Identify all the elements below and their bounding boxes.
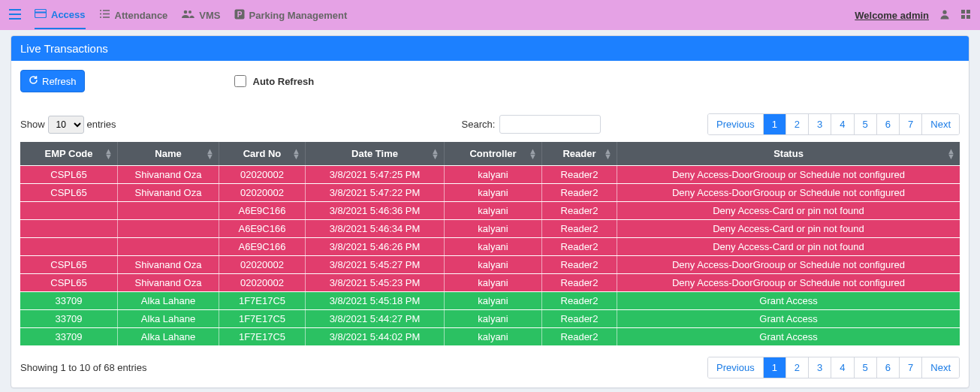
table-header-row: EMP Code▲▼ Name▲▼ Card No▲▼ Date Time▲▼ … bbox=[20, 142, 960, 165]
table-row[interactable]: A6E9C1663/8/2021 5:46:26 PMkalyaniReader… bbox=[20, 238, 960, 255]
apps-icon[interactable] bbox=[960, 9, 971, 22]
cell-name: Alka Lahane bbox=[118, 292, 219, 309]
table-row[interactable]: CSPL65Shivanand Oza020200023/8/2021 5:45… bbox=[20, 256, 960, 273]
sort-icon: ▲▼ bbox=[104, 149, 113, 159]
welcome-link[interactable]: Welcome admin bbox=[855, 10, 929, 21]
cell-controller: kalyani bbox=[445, 238, 542, 255]
cell-reader: Reader2 bbox=[542, 220, 617, 237]
hamburger-icon[interactable] bbox=[9, 9, 21, 22]
panel-body: Refresh Auto Refresh Show 10 entries Sea… bbox=[11, 61, 969, 387]
cell-name bbox=[118, 238, 219, 255]
refresh-button[interactable]: Refresh bbox=[20, 70, 85, 92]
pager-page[interactable]: 2 bbox=[786, 357, 809, 378]
col-name[interactable]: Name▲▼ bbox=[118, 142, 219, 165]
cell-card: 02020002 bbox=[219, 256, 306, 273]
table-controls-top: Show 10 entries Search: Previous1234567N… bbox=[20, 113, 960, 135]
cell-emp: 33709 bbox=[20, 310, 118, 327]
cell-controller: kalyani bbox=[445, 202, 542, 219]
cell-emp: 33709 bbox=[20, 328, 118, 345]
show-label: Show bbox=[20, 119, 45, 130]
nav-vms[interactable]: VMS bbox=[181, 2, 220, 29]
pager-page[interactable]: 7 bbox=[900, 114, 922, 134]
pager-page[interactable]: 1 bbox=[764, 357, 786, 378]
top-navbar: Access Attendance VMS P Parking Manageme… bbox=[0, 0, 980, 30]
table-row[interactable]: 33709Alka Lahane1F7E17C53/8/2021 5:45:18… bbox=[20, 292, 960, 309]
pager-next[interactable]: Next bbox=[922, 114, 959, 134]
table-row[interactable]: 33709Alka Lahane1F7E17C53/8/2021 5:44:02… bbox=[20, 328, 960, 345]
pager-page[interactable]: 7 bbox=[900, 357, 922, 378]
cell-name: Shivanand Oza bbox=[118, 274, 219, 291]
svg-rect-8 bbox=[966, 10, 970, 14]
table-row[interactable]: CSPL65Shivanand Oza020200023/8/2021 5:45… bbox=[20, 274, 960, 291]
svg-rect-1 bbox=[35, 11, 47, 13]
nav-attendance[interactable]: Attendance bbox=[99, 2, 168, 29]
sort-icon: ▲▼ bbox=[431, 149, 439, 159]
svg-rect-7 bbox=[961, 10, 965, 14]
cell-date: 3/8/2021 5:47:22 PM bbox=[306, 184, 445, 201]
col-status[interactable]: Status▲▼ bbox=[617, 142, 960, 165]
cell-emp: CSPL65 bbox=[20, 166, 118, 183]
pager-previous[interactable]: Previous bbox=[708, 357, 764, 378]
cell-emp: CSPL65 bbox=[20, 184, 118, 201]
col-reader[interactable]: Reader▲▼ bbox=[542, 142, 617, 165]
pager-page[interactable]: 3 bbox=[809, 114, 831, 134]
cell-emp bbox=[20, 238, 118, 255]
col-controller[interactable]: Controller▲▼ bbox=[445, 142, 542, 165]
cell-date: 3/8/2021 5:46:36 PM bbox=[306, 202, 445, 219]
auto-refresh-checkbox[interactable] bbox=[234, 75, 246, 87]
pager-bottom: Previous1234567Next bbox=[707, 357, 960, 378]
cell-date: 3/8/2021 5:47:25 PM bbox=[306, 166, 445, 183]
table-row[interactable]: CSPL65Shivanand Oza020200023/8/2021 5:47… bbox=[20, 166, 960, 183]
cell-reader: Reader2 bbox=[542, 274, 617, 291]
col-emp-code[interactable]: EMP Code▲▼ bbox=[20, 142, 118, 165]
table-row[interactable]: A6E9C1663/8/2021 5:46:36 PMkalyaniReader… bbox=[20, 202, 960, 219]
cell-name bbox=[118, 202, 219, 219]
search-control: Search: bbox=[462, 115, 602, 134]
sort-icon: ▲▼ bbox=[206, 149, 214, 159]
table-row[interactable]: 33709Alka Lahane1F7E17C53/8/2021 5:44:27… bbox=[20, 310, 960, 327]
pager-page[interactable]: 4 bbox=[831, 357, 854, 378]
cell-name: Shivanand Oza bbox=[118, 256, 219, 273]
sort-icon: ▲▼ bbox=[947, 149, 955, 159]
col-card-no[interactable]: Card No▲▼ bbox=[219, 142, 306, 165]
cell-reader: Reader2 bbox=[542, 256, 617, 273]
pager-page[interactable]: 1 bbox=[764, 114, 786, 134]
page-size-select[interactable]: 10 bbox=[48, 116, 84, 134]
parking-icon: P bbox=[234, 9, 245, 22]
pager-page[interactable]: 5 bbox=[855, 357, 877, 378]
pager-page[interactable]: 2 bbox=[786, 114, 809, 134]
pager-page[interactable]: 6 bbox=[877, 357, 900, 378]
cell-emp: 33709 bbox=[20, 292, 118, 309]
cell-reader: Reader2 bbox=[542, 238, 617, 255]
auto-refresh-toggle[interactable]: Auto Refresh bbox=[231, 73, 315, 89]
pager-next[interactable]: Next bbox=[922, 357, 959, 378]
cell-emp bbox=[20, 220, 118, 237]
col-date-time[interactable]: Date Time▲▼ bbox=[306, 142, 445, 165]
nav-parking[interactable]: P Parking Management bbox=[234, 2, 348, 29]
nav-access-label: Access bbox=[51, 9, 86, 20]
table-row[interactable]: A6E9C1663/8/2021 5:46:34 PMkalyaniReader… bbox=[20, 220, 960, 237]
cell-date: 3/8/2021 5:44:02 PM bbox=[306, 328, 445, 345]
pager-page[interactable]: 3 bbox=[809, 357, 831, 378]
pager-page[interactable]: 5 bbox=[855, 114, 877, 134]
svg-point-2 bbox=[184, 11, 188, 14]
pager-page[interactable]: 6 bbox=[877, 114, 900, 134]
cell-status: Deny Access-DoorGrooup or Schedule not c… bbox=[617, 274, 960, 291]
nav-access[interactable]: Access bbox=[35, 2, 86, 29]
cell-controller: kalyani bbox=[445, 256, 542, 273]
nav-attendance-label: Attendance bbox=[115, 10, 168, 21]
user-icon[interactable] bbox=[939, 9, 950, 22]
top-navbar-left: Access Attendance VMS P Parking Manageme… bbox=[9, 2, 347, 29]
cell-date: 3/8/2021 5:45:18 PM bbox=[306, 292, 445, 309]
pager-page[interactable]: 4 bbox=[831, 114, 854, 134]
transactions-table: EMP Code▲▼ Name▲▼ Card No▲▼ Date Time▲▼ … bbox=[20, 141, 960, 346]
cell-name: Alka Lahane bbox=[118, 310, 219, 327]
search-label: Search: bbox=[462, 119, 496, 130]
pager-previous[interactable]: Previous bbox=[708, 114, 764, 134]
search-input[interactable] bbox=[499, 115, 601, 134]
svg-text:P: P bbox=[237, 10, 242, 18]
refresh-icon bbox=[29, 75, 38, 87]
card-icon bbox=[35, 9, 47, 20]
table-row[interactable]: CSPL65Shivanand Oza020200023/8/2021 5:47… bbox=[20, 184, 960, 201]
cell-status: Grant Access bbox=[617, 328, 960, 345]
